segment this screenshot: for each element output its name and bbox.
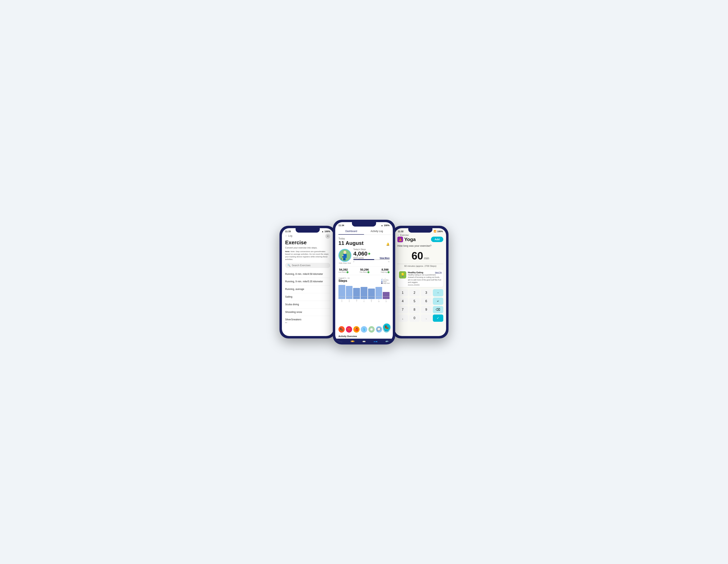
trademark-label: tm [285,321,330,324]
chart-date-range: August 5 – 11 [338,277,350,279]
exercise-name: Yoga [404,237,416,242]
act-icon-food[interactable]: 🍽️ [368,326,375,333]
nav-log[interactable]: 📋 [362,340,366,342]
exercise-item-7[interactable]: SilverSneakers tm [285,316,330,326]
numpad-3[interactable]: 3 [421,289,432,296]
numpad-5[interactable]: 5 [409,298,420,305]
chart-nav[interactable]: ← → [381,277,390,279]
signal-center: ▲ [381,224,383,227]
numpad-1[interactable]: 1 [397,289,408,296]
numpad-confirm[interactable]: ✓ [433,314,443,322]
legend-steps: Steps [381,281,390,282]
progress-bar [353,259,390,260]
stat-dot-tw [367,271,369,273]
duration-approx: 60 minutes (approx. 2700 Steps) [397,265,443,267]
numpad-2[interactable]: 2 [409,289,420,296]
exercise-item-6[interactable]: Shoveling snow [285,308,330,316]
chart-section: August 5 – 11 Steps ← → [338,277,390,305]
duration-display: 60 min [397,250,443,264]
bar-t10 [375,287,382,299]
numpad-9[interactable]: 9 [421,306,432,313]
time-center: 11:34 [338,224,344,227]
search-input[interactable] [292,264,328,267]
progress-fill [353,259,374,260]
date-label: Today [338,237,390,240]
yoga-icon: 🧘 [397,237,403,242]
note-box: Note: Note: Step conversions are guessti… [285,250,330,261]
exercise-item-1[interactable]: Running, 8 min. mile/4:58 kilometer [285,270,330,278]
status-right-right: 📶 100% [434,230,443,233]
tip-card: 💡 Healthy Eating Next Tip Healthy eating… [397,270,443,287]
exercise-item-5[interactable]: Scuba diving [285,301,330,308]
tab-activity-log[interactable]: Activity Log [364,228,390,235]
step-range: 0 7k [353,261,390,263]
svg-rect-6 [343,258,344,260]
nav-trophy[interactable]: 🏆 [350,340,355,342]
act-icon-message[interactable]: 💬 [376,326,382,333]
left-phone-content: ← Log ✕ Exercise Convert your exercise i… [282,234,333,326]
next-tip-link[interactable]: Next Tip [435,271,442,273]
numpad-minus[interactable]: − [433,289,443,296]
numpad-8[interactable]: 8 [409,306,420,313]
exercise-item-4[interactable]: Sailing [285,293,330,301]
act-icon-nutrition[interactable]: 🍎 [353,326,360,333]
numpad-comma[interactable]: , [397,314,408,322]
chart-bar-s5: S 5 [338,285,345,302]
nav-friends[interactable]: 👥 [373,340,378,342]
stat-label-tw: This Week [360,271,370,273]
stat-label-avg: 7day Avg [380,271,390,273]
legend-dot-goal [381,283,383,284]
steps-count: 4,060 [353,251,390,257]
chart-title: Steps [338,279,350,283]
act-icon-steps[interactable]: 🥾 [338,326,345,333]
back-nav-left[interactable]: ← Log [285,234,292,237]
tip-source[interactable]: Source: WebMD [408,284,442,286]
avatar-inner [339,250,351,261]
bar-w9 [368,289,375,299]
numpad-enter[interactable]: ↵ [433,298,443,305]
bell-icon[interactable]: 🔔 [386,242,390,246]
back-nav-right[interactable]: ← Exercise [397,234,443,236]
duration-unit: min [424,257,429,260]
chart-nav-prev[interactable]: ← [381,277,383,279]
view-more-link[interactable]: View More [380,257,390,259]
act-icon-heart[interactable]: ❤️ [346,326,352,333]
tip-title: Healthy Eating [408,271,423,274]
battery-left: 100% [325,230,330,233]
numpad-0[interactable]: 0 [409,314,420,322]
numpad-backspace[interactable]: ⌫ [433,306,443,313]
chart-bar-f11: F 11 [383,292,390,302]
exercise-item-2[interactable]: Running, 9 min. mile/5:35 kilometer [285,278,330,286]
add-button[interactable]: Add [431,237,443,242]
close-button[interactable]: ✕ [325,234,330,239]
weekly-stats: 54,392 Last Week 50,296 This Week [338,266,390,275]
numpad-4[interactable]: 4 [397,298,408,305]
notch-right [408,228,432,233]
status-right-left: ▲ 100% [322,230,330,233]
numpad-dot[interactable]: . [421,314,432,322]
chart-bar-s6: S 6 [346,286,353,302]
phone-left-inner: 11:33 ▲ 100% ← Log ✕ Exercise Convert yo… [282,228,333,336]
legend-dot-activities [381,279,383,280]
daily-steps-goal-label: Daily Steps Goal [338,262,351,264]
nav-steps[interactable]: 👟 [339,340,343,342]
search-icon: 🔍 [288,264,291,267]
chart-bar-t8: T 8 [361,287,367,302]
phone-center-inner: 11:34 ▲ 100% Dashboard Activity Log Toda… [335,222,393,342]
numpad-6[interactable]: 6 [421,298,432,305]
time-left: 11:33 [285,230,291,233]
stat-this-week: 50,296 This Week [360,268,370,273]
nav-settings[interactable]: ⚙️ [385,340,389,342]
act-icon-water[interactable]: 💧 [361,326,367,333]
numpad-7[interactable]: 7 [397,306,408,313]
legend-dot-steps [381,281,383,282]
stat-last-week: 54,392 Last Week [338,268,349,273]
duration-question: How long was your exercise? [397,244,443,247]
search-box[interactable]: 🔍 [285,263,330,268]
tab-dashboard[interactable]: Dashboard [338,228,364,235]
fab-button[interactable]: 🥾 [383,324,390,331]
steps-title: Today's Steps [353,248,390,251]
chart-nav-next[interactable]: → [384,277,386,279]
exercise-title-row: 🧘 Yoga [397,237,416,242]
exercise-item-3[interactable]: Running, average [285,286,330,293]
